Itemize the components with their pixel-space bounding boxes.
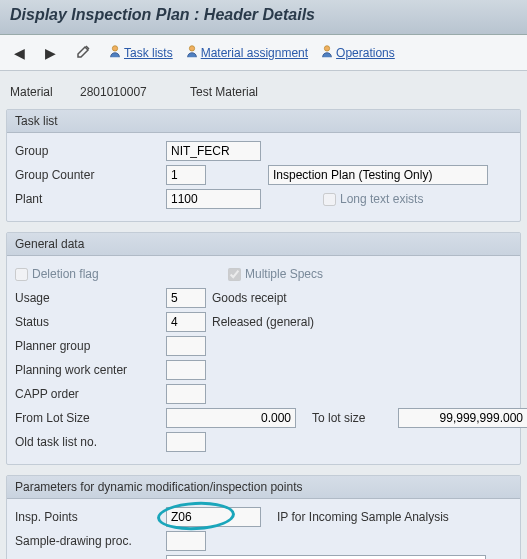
person-icon bbox=[320, 44, 334, 61]
multiple-specs-label: Multiple Specs bbox=[245, 267, 323, 281]
back-button[interactable]: ◀ bbox=[10, 43, 29, 63]
sample-drawing-proc-label: Sample-drawing proc. bbox=[15, 534, 160, 548]
group-counter-label: Group Counter bbox=[15, 168, 160, 182]
task-lists-label: Task lists bbox=[124, 46, 173, 60]
deletion-flag-input bbox=[15, 268, 28, 281]
planner-group-field[interactable] bbox=[166, 336, 206, 356]
from-lot-size-label: From Lot Size bbox=[15, 411, 160, 425]
old-task-list-label: Old task list no. bbox=[15, 435, 160, 449]
to-lot-size-field[interactable] bbox=[398, 408, 527, 428]
general-data-group: General data Deletion flag Multiple Spec… bbox=[6, 232, 521, 465]
toolbar: ◀ ▶ Task lists Material assignment Opera… bbox=[0, 35, 527, 71]
person-icon bbox=[185, 44, 199, 61]
long-text-check-input bbox=[323, 193, 336, 206]
material-row: Material 2801010007 Test Material bbox=[6, 79, 521, 109]
planning-work-center-field[interactable] bbox=[166, 360, 206, 380]
usage-desc: Goods receipt bbox=[212, 291, 287, 305]
plant-field[interactable] bbox=[166, 189, 261, 209]
insp-points-desc: IP for Incoming Sample Analysis bbox=[277, 510, 449, 524]
usage-field[interactable] bbox=[166, 288, 206, 308]
long-text-checkbox: Long text exists bbox=[323, 192, 423, 206]
dynamic-mod-level-select[interactable]: ▾ bbox=[166, 555, 486, 559]
group-counter-desc-field[interactable] bbox=[268, 165, 488, 185]
task-list-title: Task list bbox=[7, 110, 520, 133]
old-task-list-field[interactable] bbox=[166, 432, 206, 452]
svg-point-0 bbox=[112, 46, 117, 51]
group-field[interactable] bbox=[166, 141, 261, 161]
operations-label: Operations bbox=[336, 46, 395, 60]
parameters-group: Parameters for dynamic modification/insp… bbox=[6, 475, 521, 559]
group-label: Group bbox=[15, 144, 160, 158]
material-assignment-link[interactable]: Material assignment bbox=[185, 44, 308, 61]
material-label: Material bbox=[10, 85, 70, 99]
title-bar: Display Inspection Plan : Header Details bbox=[0, 0, 527, 35]
group-counter-field[interactable] bbox=[166, 165, 206, 185]
deletion-flag-checkbox: Deletion flag bbox=[15, 267, 166, 281]
svg-point-1 bbox=[189, 46, 194, 51]
material-assignment-label: Material assignment bbox=[201, 46, 308, 60]
long-text-label: Long text exists bbox=[340, 192, 423, 206]
multiple-specs-checkbox: Multiple Specs bbox=[228, 267, 323, 281]
forward-button[interactable]: ▶ bbox=[41, 43, 60, 63]
multiple-specs-input bbox=[228, 268, 241, 281]
insp-points-label: Insp. Points bbox=[15, 510, 160, 524]
svg-point-2 bbox=[324, 46, 329, 51]
planning-work-center-label: Planning work center bbox=[15, 363, 160, 377]
plant-label: Plant bbox=[15, 192, 160, 206]
person-icon bbox=[108, 44, 122, 61]
pencil-icon bbox=[76, 43, 92, 59]
edit-button[interactable] bbox=[72, 41, 96, 64]
operations-link[interactable]: Operations bbox=[320, 44, 395, 61]
status-field[interactable] bbox=[166, 312, 206, 332]
content-area: Material 2801010007 Test Material Task l… bbox=[0, 71, 527, 559]
task-lists-link[interactable]: Task lists bbox=[108, 44, 173, 61]
material-number: 2801010007 bbox=[80, 85, 180, 99]
general-data-title: General data bbox=[7, 233, 520, 256]
material-description: Test Material bbox=[190, 85, 258, 99]
sample-drawing-proc-field[interactable] bbox=[166, 531, 206, 551]
from-lot-size-field[interactable] bbox=[166, 408, 296, 428]
page-title: Display Inspection Plan : Header Details bbox=[10, 6, 517, 24]
status-label: Status bbox=[15, 315, 160, 329]
insp-points-field[interactable] bbox=[166, 507, 261, 527]
capp-order-label: CAPP order bbox=[15, 387, 160, 401]
task-list-group: Task list Group Group Counter Plant Long… bbox=[6, 109, 521, 222]
deletion-flag-label: Deletion flag bbox=[32, 267, 99, 281]
planner-group-label: Planner group bbox=[15, 339, 160, 353]
capp-order-field[interactable] bbox=[166, 384, 206, 404]
status-desc: Released (general) bbox=[212, 315, 314, 329]
to-lot-size-label: To lot size bbox=[312, 411, 392, 425]
parameters-title: Parameters for dynamic modification/insp… bbox=[7, 476, 520, 499]
usage-label: Usage bbox=[15, 291, 160, 305]
